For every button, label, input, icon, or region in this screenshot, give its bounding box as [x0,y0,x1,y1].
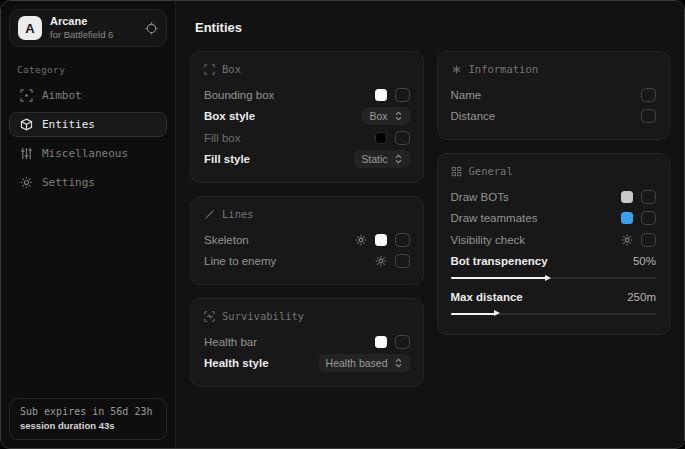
box-card: Box Bounding box Box style Box [190,51,424,183]
section-title: General [469,165,513,177]
visibility-check-label: Visibility check [451,234,526,246]
sidebar-nav: Aimbot Entities Miscellaneous [9,83,167,195]
draw-teammates-row: Draw teammates [451,208,657,230]
line-icon [204,209,215,220]
sidebar-item-miscellaneous[interactable]: Miscellaneous [9,141,167,166]
fill-box-row: Fill box [204,127,410,149]
skeleton-settings-icon[interactable] [355,234,367,246]
chevron-up-down-icon [394,154,403,164]
sidebar: A Arcane for Battlefield 6 Category [1,1,176,448]
draw-teammates-label: Draw teammates [451,212,538,224]
brand-name: Arcane [50,15,113,29]
visibility-check-row: Visibility check [451,229,657,251]
chevron-up-down-icon [394,111,403,121]
sidebar-item-label: Aimbot [42,89,82,102]
bounding-box-label: Bounding box [204,89,274,101]
distance-label: Distance [451,110,496,122]
session-duration-text: session duration 43s [20,420,156,431]
draw-bots-label: Draw BOTs [451,191,509,203]
health-bar-label: Health bar [204,336,257,348]
box-style-label: Box style [204,110,255,122]
bounding-box-color-swatch[interactable] [375,89,387,101]
visibility-check-settings-icon[interactable] [621,234,633,246]
draw-bots-row: Draw BOTs [451,186,657,208]
health-bar-checkbox[interactable] [395,335,410,349]
box-style-dropdown[interactable]: Box [362,107,409,125]
visibility-check-checkbox[interactable] [641,233,656,247]
crosshair-icon[interactable] [145,22,158,35]
health-bar-color-swatch[interactable] [375,336,387,348]
line-to-enemy-checkbox[interactable] [395,254,410,268]
fill-box-checkbox[interactable] [395,131,410,145]
bot-transparency-value: 50% [633,255,656,267]
gear-icon [20,176,33,189]
section-title: Lines [222,208,254,220]
skeleton-checkbox[interactable] [395,233,410,247]
bot-transparency-label: Bot transpenency [451,255,548,267]
brand-logo: A [18,16,42,40]
name-label: Name [451,89,482,101]
sidebar-item-label: Miscellaneous [42,147,128,160]
box-icon [204,64,215,75]
chevron-up-down-icon [394,358,403,368]
section-title: Survivability [222,310,304,322]
name-checkbox[interactable] [641,88,656,102]
draw-bots-color-swatch[interactable] [621,191,633,203]
sliders-icon [20,147,33,160]
line-to-enemy-label: Line to enemy [204,255,276,267]
draw-teammates-checkbox[interactable] [641,211,656,225]
skeleton-row: Skeleton [204,229,410,251]
fill-box-color-swatch[interactable] [375,132,387,144]
distance-row: Distance [451,106,657,128]
grid-icon [451,166,462,177]
fill-box-label: Fill box [204,132,240,144]
entities-icon [20,118,33,131]
brand-card: A Arcane for Battlefield 6 [9,9,167,47]
page-title: Entities [195,20,670,35]
line-to-enemy-row: Line to enemy [204,251,410,273]
line-to-enemy-settings-icon[interactable] [375,255,387,267]
draw-bots-checkbox[interactable] [641,190,656,204]
main-content: Entities Box Bounding box [176,1,684,448]
slider-fill [451,313,496,315]
category-label: Category [17,64,159,75]
distance-checkbox[interactable] [641,109,656,123]
fill-style-row: Fill style Static [204,149,410,171]
draw-teammates-color-swatch[interactable] [621,212,633,224]
sidebar-item-entities[interactable]: Entities [9,112,167,137]
health-style-row: Health style Health based [204,353,410,375]
sub-expiry-text: Sub expires in 56d 23h [20,406,156,417]
skeleton-label: Skeleton [204,234,249,246]
fill-style-label: Fill style [204,153,250,165]
lines-card: Lines Skeleton [190,196,424,285]
sidebar-item-aimbot[interactable]: Aimbot [9,83,167,108]
slider-fill [451,277,548,279]
information-card: Information Name Distance [437,51,671,140]
brand-subtitle: for Battlefield 6 [50,29,113,41]
max-distance-row: Max distance 250m [451,286,657,308]
skeleton-color-swatch[interactable] [375,234,387,246]
survivability-card: Survivability Health bar Health style He… [190,298,424,387]
bot-transparency-slider[interactable] [451,277,657,279]
sidebar-item-settings[interactable]: Settings [9,170,167,195]
max-distance-value: 250m [627,291,656,303]
sidebar-item-label: Settings [42,176,95,189]
right-column: Information Name Distance [437,51,671,387]
bot-transparency-row: Bot transpenency 50% [451,251,657,273]
information-icon [451,64,462,75]
aimbot-icon [20,89,33,102]
health-style-dropdown[interactable]: Health based [319,354,410,372]
health-style-label: Health style [204,357,269,369]
section-title: Information [469,63,539,75]
health-bar-row: Health bar [204,331,410,353]
max-distance-slider[interactable] [451,313,657,315]
subscription-info: Sub expires in 56d 23h session duration … [9,398,167,440]
max-distance-label: Max distance [451,291,523,303]
bounding-box-checkbox[interactable] [395,88,410,102]
general-card: General Draw BOTs Draw teammates [437,153,671,335]
section-title: Box [222,63,241,75]
bounding-box-row: Bounding box [204,84,410,106]
fill-style-dropdown[interactable]: Static [354,150,409,168]
survivability-icon [204,311,215,322]
left-column: Box Bounding box Box style Box [190,51,424,387]
